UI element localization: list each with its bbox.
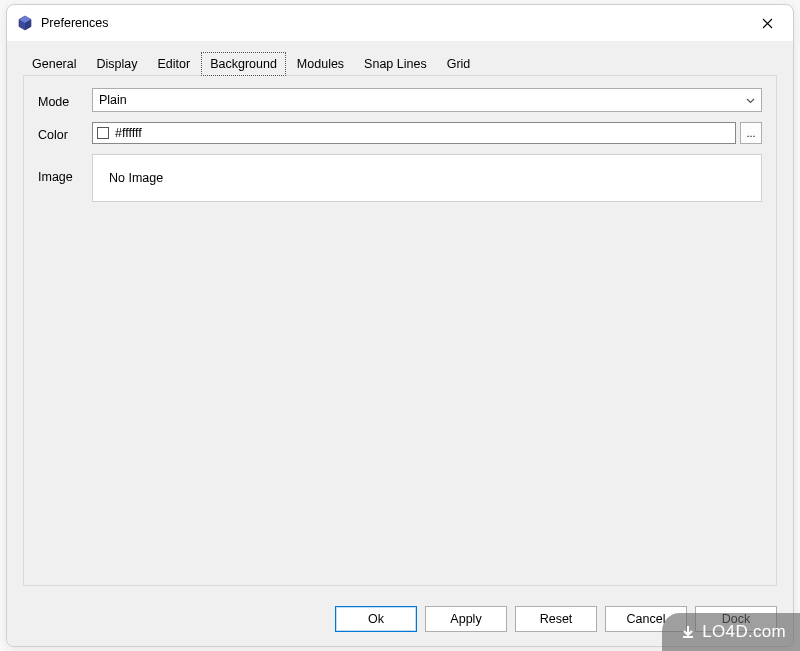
color-value: #ffffff: [115, 126, 142, 140]
tab-display[interactable]: Display: [87, 52, 146, 76]
mode-row: Mode Plain: [38, 88, 762, 112]
image-value: No Image: [109, 171, 163, 185]
client-area: General Display Editor Background Module…: [7, 41, 793, 646]
mode-value: Plain: [99, 93, 127, 107]
image-label: Image: [38, 154, 92, 184]
image-box[interactable]: No Image: [92, 154, 762, 202]
color-browse-button[interactable]: ...: [740, 122, 762, 144]
ok-button[interactable]: Ok: [335, 606, 417, 632]
tab-background[interactable]: Background: [201, 52, 286, 76]
color-swatch-icon: [97, 127, 109, 139]
apply-button[interactable]: Apply: [425, 606, 507, 632]
reset-button[interactable]: Reset: [515, 606, 597, 632]
app-icon: [17, 15, 33, 31]
tab-editor[interactable]: Editor: [148, 52, 199, 76]
tab-general[interactable]: General: [23, 52, 85, 76]
tab-snap-lines[interactable]: Snap Lines: [355, 52, 436, 76]
preferences-window: Preferences General Display Editor Backg…: [6, 4, 794, 647]
chevron-down-icon: [746, 95, 755, 106]
color-row: Color #ffffff ...: [38, 122, 762, 144]
tab-panel: Mode Plain Color #ffffff ... Image: [23, 75, 777, 586]
mode-label: Mode: [38, 92, 92, 109]
mode-select[interactable]: Plain: [92, 88, 762, 112]
titlebar: Preferences: [7, 5, 793, 41]
window-title: Preferences: [41, 16, 751, 30]
download-icon: [680, 624, 696, 640]
color-label: Color: [38, 125, 92, 142]
tab-modules[interactable]: Modules: [288, 52, 353, 76]
close-button[interactable]: [751, 9, 783, 37]
tab-grid[interactable]: Grid: [438, 52, 480, 76]
tabs: General Display Editor Background Module…: [7, 41, 793, 75]
watermark: LO4D.com: [662, 613, 800, 651]
close-icon: [762, 18, 773, 29]
watermark-text: LO4D.com: [702, 622, 786, 642]
color-input[interactable]: #ffffff: [92, 122, 736, 144]
image-row: Image No Image: [38, 154, 762, 202]
